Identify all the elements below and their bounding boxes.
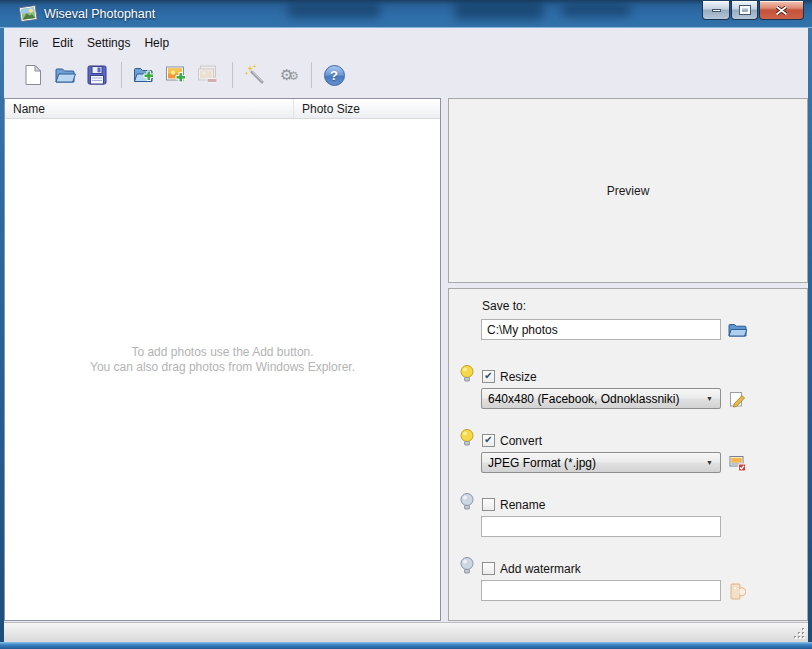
minimize-icon: [712, 9, 721, 12]
maximize-button[interactable]: [731, 1, 758, 20]
folder-icon: [728, 322, 747, 338]
checkmark-icon: ✔: [484, 371, 492, 381]
save-to-input[interactable]: [481, 319, 721, 340]
format-settings-icon: [728, 454, 747, 472]
rename-checkbox[interactable]: [482, 498, 495, 511]
blurred-glass-artifact: [455, 1, 543, 20]
window-title: Wiseval Photophant: [44, 7, 155, 21]
browse-folder-button[interactable]: [726, 319, 748, 341]
watermark-label[interactable]: Add watermark: [500, 562, 581, 576]
menu-file[interactable]: File: [12, 33, 45, 53]
status-bar: [4, 622, 808, 642]
client-area: File Edit Settings Help: [4, 28, 808, 642]
watermark-settings-button[interactable]: [726, 580, 748, 602]
convert-checkbox[interactable]: ✔: [482, 434, 495, 447]
save-icon: [85, 63, 109, 87]
remove-photos-button[interactable]: [193, 59, 223, 91]
preview-label: Preview: [607, 184, 650, 198]
convert-bulb-icon: [460, 429, 474, 451]
menu-bar: File Edit Settings Help: [12, 33, 176, 53]
gears-icon: ⚙⚙: [280, 66, 294, 84]
right-pane: Preview Save to:: [448, 98, 808, 621]
edit-resize-preset-button[interactable]: [726, 388, 748, 410]
convert-format-dropdown[interactable]: JPEG Format (*.jpg) ▼: [481, 452, 721, 473]
menu-edit[interactable]: Edit: [45, 33, 80, 53]
resize-bulb-icon: [460, 365, 474, 387]
preview-panel: Preview: [448, 98, 808, 283]
minimize-button[interactable]: [702, 1, 730, 20]
options-panel: Save to: ✔ Resize: [448, 288, 808, 621]
empty-list-hint: To add photos use the Add button. You ca…: [5, 345, 440, 375]
watermark-checkbox[interactable]: [482, 562, 495, 575]
convert-format-value: JPEG Format (*.jpg): [488, 456, 596, 470]
app-icon: [19, 5, 38, 26]
remove-photos-icon: [196, 63, 220, 87]
column-header-photo-size[interactable]: Photo Size: [294, 99, 440, 118]
dropdown-arrow-icon: ▼: [706, 459, 720, 466]
settings-gears-button[interactable]: ⚙⚙: [272, 59, 302, 91]
resize-preset-dropdown[interactable]: 640x480 (Facebook, Odnoklassniki) ▼: [481, 388, 721, 409]
help-icon: ?: [324, 65, 345, 86]
add-folder-icon: [132, 63, 156, 87]
watermark-icon: [728, 582, 746, 601]
list-header: Name Photo Size: [5, 99, 440, 119]
help-button[interactable]: ?: [319, 59, 349, 91]
rename-pattern-input[interactable]: [481, 516, 721, 537]
resize-checkbox[interactable]: ✔: [482, 370, 495, 383]
toolbar-separator: [121, 62, 122, 88]
close-button[interactable]: [759, 1, 804, 20]
empty-hint-line1: To add photos use the Add button.: [5, 345, 440, 360]
checkmark-icon: ✔: [484, 435, 492, 445]
toolbar: ⚙⚙ ?: [4, 55, 808, 95]
open-folder-button[interactable]: [50, 59, 80, 91]
maximize-icon: [740, 6, 750, 14]
add-folder-button[interactable]: [129, 59, 159, 91]
convert-label[interactable]: Convert: [500, 434, 542, 448]
column-header-name[interactable]: Name: [5, 99, 294, 118]
new-document-icon: [21, 63, 45, 87]
blurred-glass-artifact: [562, 4, 630, 17]
magic-wand-button[interactable]: [240, 59, 270, 91]
resize-grip[interactable]: [793, 627, 806, 640]
close-icon: [776, 6, 787, 15]
magic-wand-icon: [243, 63, 267, 87]
empty-hint-line2: You can also drag photos from Windows Ex…: [5, 360, 440, 375]
menu-help[interactable]: Help: [137, 33, 176, 53]
photo-list: Name Photo Size To add photos use the Ad…: [4, 98, 441, 621]
rename-label[interactable]: Rename: [500, 498, 545, 512]
toolbar-separator: [311, 62, 312, 88]
add-photos-button[interactable]: [161, 59, 191, 91]
watermark-bulb-icon: [460, 557, 474, 579]
app-window: Wiseval Photophant File Edit Settings He…: [0, 0, 812, 649]
format-settings-button[interactable]: [726, 452, 748, 474]
add-photos-icon: [164, 63, 188, 87]
menu-settings[interactable]: Settings: [80, 33, 137, 53]
watermark-text-input[interactable]: [481, 580, 721, 601]
title-bar[interactable]: Wiseval Photophant: [0, 0, 812, 28]
blurred-glass-artifact: [288, 3, 380, 18]
save-button[interactable]: [82, 59, 112, 91]
new-document-button[interactable]: [18, 59, 48, 91]
dropdown-arrow-icon: ▼: [706, 395, 720, 402]
toolbar-separator: [232, 62, 233, 88]
edit-icon: [728, 390, 747, 409]
rename-bulb-icon: [460, 493, 474, 515]
resize-label[interactable]: Resize: [500, 370, 537, 384]
save-to-label: Save to:: [482, 299, 526, 313]
resize-preset-value: 640x480 (Facebook, Odnoklassniki): [488, 392, 679, 406]
open-folder-icon: [53, 63, 77, 87]
window-controls: [701, 1, 804, 20]
